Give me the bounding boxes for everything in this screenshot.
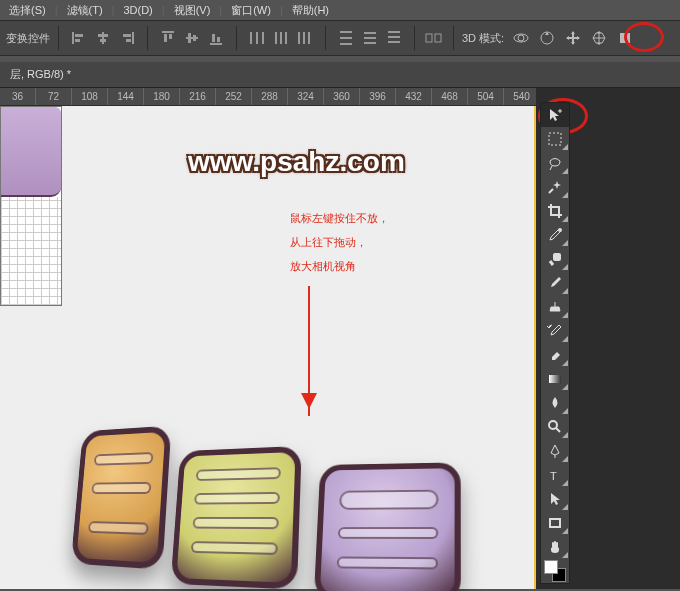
align-center-h-icon[interactable] bbox=[91, 27, 115, 49]
menu-filter[interactable]: 滤镜(T) bbox=[62, 1, 108, 20]
svg-rect-12 bbox=[186, 37, 198, 39]
canvas[interactable]: www.psahz.com 鼠标左键按住不放， 从上往下拖动， 放大相机视角 bbox=[0, 106, 536, 589]
distribute-bottom-icon[interactable] bbox=[382, 27, 406, 49]
svg-rect-9 bbox=[162, 31, 174, 33]
svg-rect-18 bbox=[250, 32, 252, 44]
svg-point-39 bbox=[518, 35, 524, 41]
align-bottom-icon[interactable] bbox=[204, 27, 228, 49]
menu-help[interactable]: 帮助(H) bbox=[287, 1, 334, 20]
instruction-text: 鼠标左键按住不放， 从上往下拖动， 放大相机视角 bbox=[290, 206, 389, 278]
lasso-tool[interactable] bbox=[541, 151, 569, 175]
align-horizontal-group bbox=[67, 27, 139, 49]
svg-rect-32 bbox=[364, 42, 376, 44]
3d-orbit-icon[interactable] bbox=[510, 27, 532, 49]
distribute-v-group bbox=[334, 27, 406, 49]
crop-tool[interactable] bbox=[541, 199, 569, 223]
menu-window[interactable]: 窗口(W) bbox=[226, 1, 276, 20]
svg-rect-10 bbox=[164, 34, 167, 42]
distribute-top-icon[interactable] bbox=[334, 27, 358, 49]
magic-wand-tool[interactable] bbox=[541, 175, 569, 199]
hand-tool[interactable] bbox=[541, 535, 569, 559]
align-top-icon[interactable] bbox=[156, 27, 180, 49]
svg-rect-6 bbox=[132, 32, 134, 44]
3d-roll-icon[interactable] bbox=[536, 27, 558, 49]
svg-rect-29 bbox=[340, 43, 352, 45]
distribute-right-icon[interactable] bbox=[293, 27, 317, 49]
svg-rect-19 bbox=[256, 32, 258, 44]
gradient-tool[interactable] bbox=[541, 367, 569, 391]
3d-pan-icon[interactable] bbox=[562, 27, 584, 49]
rectangle-tool[interactable] bbox=[541, 511, 569, 535]
svg-rect-4 bbox=[98, 34, 108, 37]
clone-stamp-tool[interactable] bbox=[541, 295, 569, 319]
svg-rect-23 bbox=[285, 32, 287, 44]
svg-rect-31 bbox=[364, 37, 376, 39]
svg-rect-28 bbox=[340, 37, 352, 39]
watermark-text: www.psahz.com bbox=[188, 146, 405, 178]
svg-rect-36 bbox=[426, 34, 432, 42]
horizontal-ruler[interactable]: 3672108 144180216 252288324 360396432 46… bbox=[0, 88, 536, 106]
svg-rect-30 bbox=[364, 32, 376, 34]
history-brush-tool[interactable] bbox=[541, 319, 569, 343]
svg-rect-8 bbox=[126, 39, 131, 42]
svg-rect-5 bbox=[100, 39, 106, 42]
3d-slide-icon[interactable] bbox=[588, 27, 610, 49]
document-tab[interactable]: 层, RGB/8) * ▸▸▾≡ — □ × bbox=[0, 62, 680, 88]
svg-rect-3 bbox=[102, 32, 104, 44]
svg-rect-11 bbox=[169, 34, 172, 39]
svg-rect-25 bbox=[303, 32, 305, 44]
path-selection-tool[interactable] bbox=[541, 487, 569, 511]
blur-tool[interactable] bbox=[541, 391, 569, 415]
eyedropper-tool[interactable] bbox=[541, 223, 569, 247]
right-panel: T bbox=[536, 88, 680, 589]
align-right-icon[interactable] bbox=[115, 27, 139, 49]
auto-align-icon[interactable] bbox=[423, 27, 445, 49]
menu-select[interactable]: 选择(S) bbox=[4, 1, 51, 20]
svg-point-46 bbox=[549, 421, 557, 429]
menu-view[interactable]: 视图(V) bbox=[169, 1, 216, 20]
svg-rect-33 bbox=[388, 31, 400, 33]
svg-rect-17 bbox=[217, 37, 220, 42]
svg-rect-16 bbox=[212, 34, 215, 42]
svg-rect-0 bbox=[72, 32, 74, 44]
dodge-tool[interactable] bbox=[541, 415, 569, 439]
svg-text:T: T bbox=[550, 470, 557, 482]
move-tool[interactable] bbox=[541, 103, 569, 127]
svg-rect-1 bbox=[75, 34, 83, 37]
svg-rect-2 bbox=[75, 39, 80, 42]
document-title: 层, RGB/8) * bbox=[10, 67, 71, 82]
svg-rect-24 bbox=[298, 32, 300, 44]
svg-rect-21 bbox=[275, 32, 277, 44]
type-tool[interactable]: T bbox=[541, 463, 569, 487]
svg-rect-22 bbox=[280, 32, 282, 44]
3d-scale-icon[interactable] bbox=[614, 27, 636, 49]
menu-3d[interactable]: 3D(D) bbox=[118, 2, 157, 18]
svg-rect-14 bbox=[193, 35, 196, 41]
distribute-left-icon[interactable] bbox=[245, 27, 269, 49]
svg-rect-48 bbox=[550, 519, 560, 527]
svg-rect-20 bbox=[262, 32, 264, 44]
transform-controls-label: 变换控件 bbox=[6, 31, 50, 46]
brush-tool[interactable] bbox=[541, 271, 569, 295]
tools-panel: T bbox=[540, 102, 570, 584]
svg-rect-37 bbox=[435, 34, 441, 42]
navigator-thumbnail[interactable] bbox=[0, 106, 62, 306]
spot-heal-tool[interactable] bbox=[541, 247, 569, 271]
3d-mode-label: 3D 模式: bbox=[462, 31, 504, 46]
svg-rect-35 bbox=[388, 41, 400, 43]
eraser-tool[interactable] bbox=[541, 343, 569, 367]
fg-bg-color[interactable] bbox=[541, 559, 569, 583]
rectangular-marquee-tool[interactable] bbox=[541, 127, 569, 151]
svg-rect-34 bbox=[388, 36, 400, 38]
options-bar: 变换控件 3D 模式: bbox=[0, 20, 680, 56]
distribute-center-v-icon[interactable] bbox=[358, 27, 382, 49]
3d-text-artwork bbox=[70, 356, 490, 586]
distribute-center-h-icon[interactable] bbox=[269, 27, 293, 49]
align-left-icon[interactable] bbox=[67, 27, 91, 49]
svg-rect-13 bbox=[188, 33, 191, 43]
align-center-v-icon[interactable] bbox=[180, 27, 204, 49]
pen-tool[interactable] bbox=[541, 439, 569, 463]
svg-rect-26 bbox=[308, 32, 310, 44]
svg-point-43 bbox=[558, 228, 562, 232]
svg-rect-45 bbox=[549, 375, 561, 383]
